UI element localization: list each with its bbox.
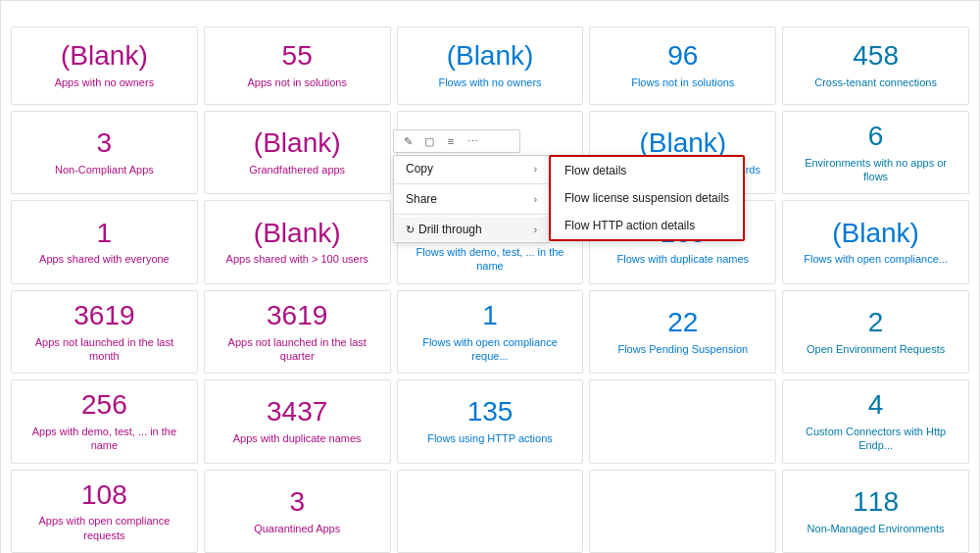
card-number: 3619 — [74, 301, 134, 331]
context-menu-item-2[interactable]: ↻Drill through› — [394, 217, 549, 242]
metric-card[interactable]: 256Apps with demo, test, ... in the name — [11, 379, 198, 463]
card-label: Flows not in solutions — [631, 75, 734, 89]
metric-card[interactable]: 1Apps shared with everyone — [11, 200, 198, 283]
card-number: 3437 — [267, 397, 327, 427]
toolbar-icon-2[interactable]: ≡ — [443, 133, 459, 149]
card-number: 458 — [853, 41, 899, 72]
dashboard-grid: (Blank)Apps with no owners55Apps not in … — [11, 26, 969, 553]
metric-card[interactable]: 135Flows using HTTP actions — [397, 379, 584, 463]
card-label: Custom Connectors with Http Endp... — [791, 425, 960, 453]
context-menu-separator — [394, 183, 549, 184]
card-label: Non-Managed Environments — [808, 522, 945, 535]
metric-card[interactable]: 1Flows with open compliance reque... — [397, 290, 584, 374]
card-label: Non-Compliant Apps — [55, 163, 154, 176]
context-menu-arrow-2: › — [534, 225, 537, 235]
empty-card — [397, 470, 584, 553]
card-number: 3 — [97, 128, 113, 159]
toolbar-icon-3[interactable]: ⋯ — [465, 133, 480, 149]
card-label: Flows using HTTP actions — [427, 431, 553, 445]
metric-card[interactable]: 458Cross-tenant connections — [782, 26, 969, 105]
page-wrapper: (Blank)Apps with no owners55Apps not in … — [0, 0, 980, 553]
context-menu-item-0[interactable]: Copy› — [394, 156, 549, 181]
metric-card[interactable]: (Blank)Flows with no owners — [397, 26, 584, 105]
card-label: Flows with open compliance... — [804, 252, 948, 266]
metric-card[interactable]: 3Quarantined Apps — [204, 470, 391, 553]
card-label: Apps with demo, test, ... in the name — [20, 425, 189, 453]
card-label: Apps not in solutions — [247, 75, 347, 89]
context-menu-overlay: ✎▢≡⋯Copy›Share›↻Drill through›Flow detai… — [393, 129, 550, 243]
metric-card[interactable]: 22Flows Pending Suspension — [589, 290, 776, 374]
metric-card[interactable]: 96Flows not in solutions — [589, 26, 776, 105]
metric-card[interactable]: (Blank)Apps with no owners — [11, 26, 198, 105]
metric-card[interactable]: 6Environments with no apps or flows — [782, 111, 969, 194]
card-label: Apps not launched in the last quarter — [213, 335, 382, 364]
card-toolbar: ✎▢≡⋯ — [393, 129, 520, 153]
empty-card — [589, 470, 776, 553]
card-number: 3 — [289, 487, 305, 518]
metric-card[interactable]: 108Apps with open compliance requests — [11, 470, 198, 553]
metric-card[interactable]: 4Custom Connectors with Http Endp... — [782, 379, 969, 463]
page-title — [11, 11, 969, 15]
metric-card[interactable]: (Blank)Flows with open compliance... — [782, 200, 969, 283]
card-number: 6 — [868, 122, 884, 152]
card-label: Flows with duplicate names — [617, 252, 750, 266]
card-number: 1 — [482, 301, 498, 331]
context-menu-label-2: ↻Drill through — [406, 223, 482, 236]
card-label: Flows with demo, test, ... in the name — [406, 245, 575, 274]
card-number: (Blank) — [447, 41, 534, 72]
metric-card[interactable]: (Blank)Grandfathered apps — [204, 111, 391, 194]
card-label: Apps with duplicate names — [233, 431, 362, 445]
empty-card — [589, 379, 776, 463]
card-label: Apps not launched in the last month — [20, 335, 189, 364]
context-menu: Copy›Share›↻Drill through› — [393, 155, 550, 243]
drill-option-1[interactable]: Flow license suspension details — [551, 184, 743, 212]
card-label: Apps shared with > 100 users — [226, 252, 368, 266]
drill-option-2[interactable]: Flow HTTP action details — [551, 212, 743, 239]
card-number: 108 — [81, 480, 127, 511]
metric-card[interactable]: 118Non-Managed Environments — [782, 470, 969, 553]
metric-card[interactable]: 3Non-Compliant Apps — [11, 111, 198, 194]
card-label: Cross-tenant connections — [814, 75, 937, 89]
context-menu-arrow-1: › — [534, 194, 537, 205]
drill-through-panel: Flow detailsFlow license suspension deta… — [549, 155, 745, 241]
card-label: Environments with no apps or flows — [791, 156, 960, 184]
context-menu-wrapper: Copy›Share›↻Drill through›Flow detailsFl… — [393, 155, 550, 243]
context-menu-separator — [394, 214, 549, 215]
context-menu-item-1[interactable]: Share› — [394, 186, 549, 212]
metric-card[interactable]: 3437Apps with duplicate names — [204, 379, 391, 463]
card-number: 4 — [868, 390, 884, 421]
card-number: (Blank) — [832, 219, 919, 249]
card-label: Flows Pending Suspension — [617, 342, 748, 356]
card-number: 2 — [868, 308, 884, 338]
card-number: 3619 — [267, 301, 327, 331]
metric-card[interactable]: (Blank)Apps shared with > 100 users — [204, 200, 391, 283]
card-label: Quarantined Apps — [254, 522, 340, 535]
card-label: Grandfathered apps — [249, 163, 345, 176]
card-label: Apps with no owners — [55, 75, 155, 89]
drill-option-0[interactable]: Flow details — [551, 157, 743, 184]
card-number: 96 — [667, 41, 698, 72]
card-number: 22 — [667, 308, 698, 338]
card-number: (Blank) — [61, 41, 148, 72]
card-number: 118 — [853, 487, 899, 518]
card-number: (Blank) — [254, 219, 341, 249]
context-menu-arrow-0: › — [534, 164, 537, 175]
card-number: 1 — [97, 219, 113, 249]
card-label: Apps with open compliance requests — [20, 514, 189, 542]
card-number: 135 — [467, 397, 514, 427]
card-label: Flows with no owners — [438, 75, 541, 89]
metric-card[interactable]: 2Open Environment Requests — [782, 290, 969, 374]
card-label: Open Environment Requests — [807, 342, 945, 356]
toolbar-icon-1[interactable]: ▢ — [421, 133, 437, 149]
metric-card[interactable]: 3619Apps not launched in the last quarte… — [204, 290, 391, 374]
card-number: 256 — [81, 390, 127, 421]
metric-card[interactable]: 55Apps not in solutions — [204, 26, 391, 105]
toolbar-icon-0[interactable]: ✎ — [400, 133, 416, 149]
card-label: Flows with open compliance reque... — [406, 335, 575, 364]
context-menu-label-1: Share — [406, 192, 437, 206]
metric-card[interactable]: 3619Apps not launched in the last month — [11, 290, 198, 374]
card-number: (Blank) — [254, 128, 341, 159]
card-number: 55 — [282, 41, 313, 72]
context-menu-label-0: Copy — [406, 162, 433, 176]
card-label: Apps shared with everyone — [39, 252, 170, 266]
